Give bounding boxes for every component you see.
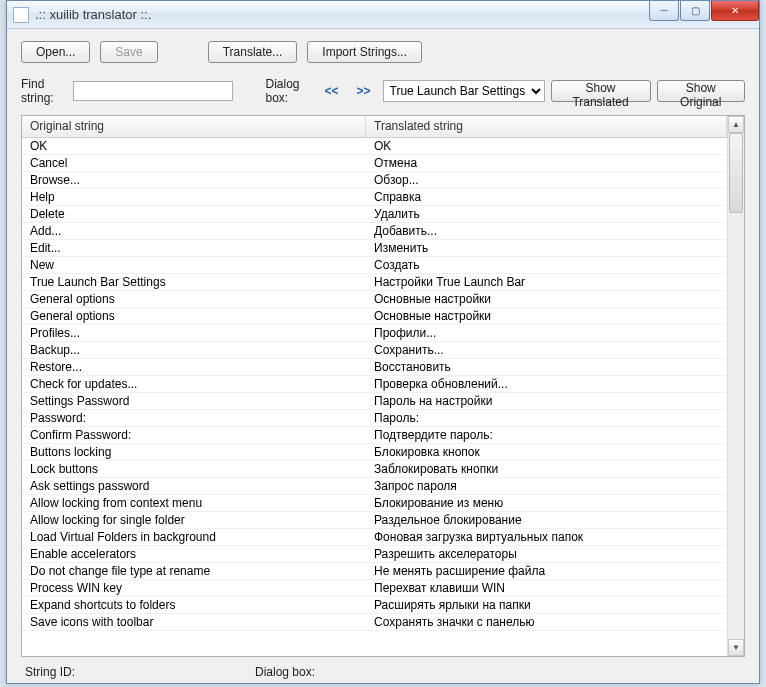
table-row[interactable]: Check for updates...Проверка обновлений.… xyxy=(22,376,727,393)
cell-translated: Отмена xyxy=(366,155,727,171)
titlebar: .:: xuilib translator ::. ─ ▢ ✕ xyxy=(7,1,759,29)
save-button[interactable]: Save xyxy=(100,41,157,63)
cell-original: Help xyxy=(22,189,366,205)
status-bar: String ID: Dialog box: xyxy=(7,657,759,679)
status-dialog-label: Dialog box: xyxy=(255,665,315,679)
cell-original: Cancel xyxy=(22,155,366,171)
cell-original: Profiles... xyxy=(22,325,366,341)
table-row[interactable]: True Launch Bar SettingsНастройки True L… xyxy=(22,274,727,291)
import-strings-button[interactable]: Import Strings... xyxy=(307,41,422,63)
cell-original: Lock buttons xyxy=(22,461,366,477)
string-id-label: String ID: xyxy=(25,665,75,679)
cell-translated: Сохранить... xyxy=(366,342,727,358)
cell-translated: OK xyxy=(366,138,727,154)
cell-translated: Обзор... xyxy=(366,172,727,188)
show-translated-button[interactable]: Show Translated xyxy=(551,80,651,102)
table-row[interactable]: General optionsОсновные настройки xyxy=(22,308,727,325)
scroll-up-button[interactable]: ▲ xyxy=(728,116,744,133)
cell-original: Delete xyxy=(22,206,366,222)
close-button[interactable]: ✕ xyxy=(711,1,759,21)
toolbar: Open... Save Translate... Import Strings… xyxy=(7,29,759,71)
cell-translated: Запрос пароля xyxy=(366,478,727,494)
table-row[interactable]: Add...Добавить... xyxy=(22,223,727,240)
cell-translated: Основные настройки xyxy=(366,291,727,307)
scroll-track[interactable] xyxy=(728,133,744,639)
table-row[interactable]: Restore...Восстановить xyxy=(22,359,727,376)
cell-original: Load Virtual Folders in background xyxy=(22,529,366,545)
table-row[interactable]: CancelОтмена xyxy=(22,155,727,172)
cell-translated: Проверка обновлений... xyxy=(366,376,727,392)
cell-translated: Фоновая загрузка виртуальных папок xyxy=(366,529,727,545)
cell-original: Save icons with toolbar xyxy=(22,614,366,630)
table-row[interactable]: General optionsОсновные настройки xyxy=(22,291,727,308)
cell-translated: Удалить xyxy=(366,206,727,222)
table-row[interactable]: Allow locking for single folderРаздельно… xyxy=(22,512,727,529)
cell-original: Check for updates... xyxy=(22,376,366,392)
prev-dialog-button[interactable]: << xyxy=(318,80,344,102)
cell-translated: Разрешить акселераторы xyxy=(366,546,727,562)
table-row[interactable]: Settings PasswordПароль на настройки xyxy=(22,393,727,410)
cell-translated: Сохранять значки с панелью xyxy=(366,614,727,630)
table-row[interactable]: Expand shortcuts to foldersРасширять ярл… xyxy=(22,597,727,614)
dialog-box-label: Dialog box: xyxy=(265,77,312,105)
next-dialog-button[interactable]: >> xyxy=(351,80,377,102)
cell-original: Backup... xyxy=(22,342,366,358)
vertical-scrollbar[interactable]: ▲ ▼ xyxy=(727,116,744,656)
cell-original: Restore... xyxy=(22,359,366,375)
table-row[interactable]: Password:Пароль: xyxy=(22,410,727,427)
table-row[interactable]: Allow locking from context menuБлокирова… xyxy=(22,495,727,512)
scroll-thumb[interactable] xyxy=(729,133,743,213)
table-row[interactable]: Load Virtual Folders in backgroundФонова… xyxy=(22,529,727,546)
table-row[interactable]: OKOK xyxy=(22,138,727,155)
cell-translated: Восстановить xyxy=(366,359,727,375)
cell-original: Allow locking from context menu xyxy=(22,495,366,511)
table-row[interactable]: Confirm Password:Подтвердите пароль: xyxy=(22,427,727,444)
table-row[interactable]: NewСоздать xyxy=(22,257,727,274)
table-row[interactable]: Save icons with toolbarСохранять значки … xyxy=(22,614,727,631)
cell-translated: Блокировка кнопок xyxy=(366,444,727,460)
cell-original: OK xyxy=(22,138,366,154)
cell-original: Process WIN key xyxy=(22,580,366,596)
cell-original: Allow locking for single folder xyxy=(22,512,366,528)
open-button[interactable]: Open... xyxy=(21,41,90,63)
cell-translated: Создать xyxy=(366,257,727,273)
show-original-button[interactable]: Show Original xyxy=(657,80,745,102)
cell-original: Confirm Password: xyxy=(22,427,366,443)
search-row: Find string: Dialog box: << >> True Laun… xyxy=(7,71,759,115)
table-row[interactable]: Edit...Изменить xyxy=(22,240,727,257)
cell-original: General options xyxy=(22,291,366,307)
table-row[interactable]: Browse...Обзор... xyxy=(22,172,727,189)
cell-original: Expand shortcuts to folders xyxy=(22,597,366,613)
table-row[interactable]: Buttons lockingБлокировка кнопок xyxy=(22,444,727,461)
cell-translated: Справка xyxy=(366,189,727,205)
translate-button[interactable]: Translate... xyxy=(208,41,298,63)
table-row[interactable]: Do not change file type at renameНе меня… xyxy=(22,563,727,580)
cell-translated: Заблокировать кнопки xyxy=(366,461,727,477)
table-row[interactable]: Profiles...Профили... xyxy=(22,325,727,342)
cell-original: Edit... xyxy=(22,240,366,256)
table-row[interactable]: Lock buttonsЗаблокировать кнопки xyxy=(22,461,727,478)
find-input[interactable] xyxy=(73,81,233,101)
cell-translated: Профили... xyxy=(366,325,727,341)
window-title: .:: xuilib translator ::. xyxy=(35,7,648,22)
maximize-button[interactable]: ▢ xyxy=(680,1,710,21)
cell-translated: Добавить... xyxy=(366,223,727,239)
dialog-box-combo[interactable]: True Launch Bar Settings xyxy=(383,80,545,102)
cell-translated: Пароль на настройки xyxy=(366,393,727,409)
table-row[interactable]: Process WIN keyПерехват клавиши WIN xyxy=(22,580,727,597)
table-row[interactable]: Enable acceleratorsРазрешить акселератор… xyxy=(22,546,727,563)
table-row[interactable]: Ask settings passwordЗапрос пароля xyxy=(22,478,727,495)
cell-translated: Перехват клавиши WIN xyxy=(366,580,727,596)
col-translated[interactable]: Translated string xyxy=(366,116,727,137)
cell-translated: Основные настройки xyxy=(366,308,727,324)
minimize-button[interactable]: ─ xyxy=(649,1,679,21)
col-original[interactable]: Original string xyxy=(22,116,366,137)
table-row[interactable]: HelpСправка xyxy=(22,189,727,206)
cell-original: Ask settings password xyxy=(22,478,366,494)
table-row[interactable]: Backup...Сохранить... xyxy=(22,342,727,359)
cell-original: General options xyxy=(22,308,366,324)
scroll-down-button[interactable]: ▼ xyxy=(728,639,744,656)
cell-translated: Изменить xyxy=(366,240,727,256)
table-row[interactable]: DeleteУдалить xyxy=(22,206,727,223)
table-header: Original string Translated string xyxy=(22,116,727,138)
